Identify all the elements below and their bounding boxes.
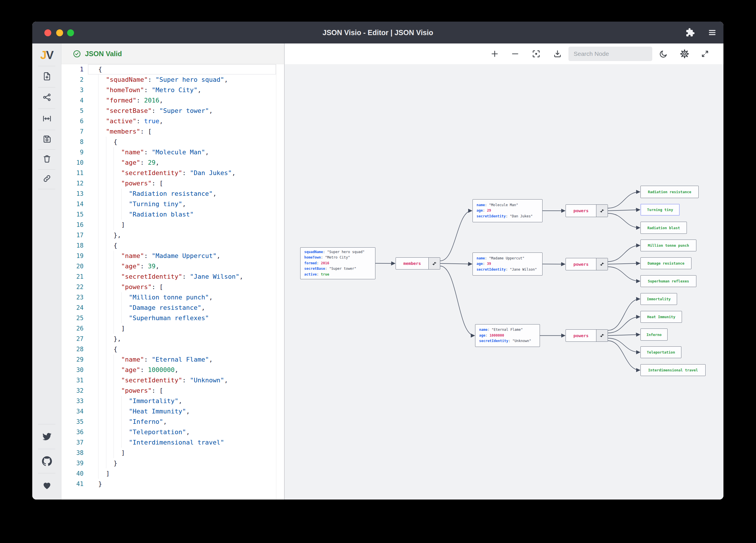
editor-line[interactable]: 19 "name": "Madame Uppercut", <box>61 251 284 261</box>
editor-line[interactable]: 12 "powers": [ <box>61 178 284 189</box>
editor-line[interactable]: 15 "Radiation blast" <box>61 209 284 220</box>
save-button[interactable] <box>40 133 54 146</box>
graph-node-leaf[interactable]: Teleportation <box>640 346 681 358</box>
editor-line[interactable]: 38 ] <box>61 448 284 458</box>
editor-line[interactable]: 33 "Immortality", <box>61 396 284 406</box>
line-number: 14 <box>61 199 84 209</box>
editor-line[interactable]: 20 "age": 39, <box>61 261 284 272</box>
graph-node-object[interactable]: name: "Eternal Flame"age: 1000000secretI… <box>475 324 540 347</box>
editor-line[interactable]: 30 "age": 1000000, <box>61 365 284 375</box>
collapse-node-button[interactable] <box>596 330 608 341</box>
code-text: "Interdimensional travel" <box>98 437 224 448</box>
graph-node-object[interactable]: name: "Molecule Man"age: 29secretIdentit… <box>473 199 543 222</box>
collapse-node-button[interactable] <box>596 205 608 217</box>
node-row: name: "Molecule Man" <box>477 203 542 208</box>
editor-line[interactable]: 23 "Million tonne punch", <box>61 292 284 302</box>
line-number: 1 <box>61 64 84 75</box>
editor-line[interactable]: 9 "name": "Molecule Man", <box>61 147 284 158</box>
editor-line[interactable]: 29 "name": "Eternal Flame", <box>61 354 284 365</box>
share-link-button[interactable] <box>40 172 54 185</box>
divider <box>38 130 55 130</box>
editor-line[interactable]: 13 "Radiation resistance", <box>61 189 284 199</box>
center-view-button[interactable] <box>40 112 54 125</box>
editor-line[interactable]: 27 }, <box>61 334 284 344</box>
graph-node-leaf[interactable]: Damage resistance <box>640 258 691 269</box>
editor-line[interactable]: 21 "secretIdentity": "Jane Wilson", <box>61 272 284 282</box>
github-button[interactable] <box>40 455 54 468</box>
node-row: age: 29 <box>477 208 542 214</box>
graph-node-leaf[interactable]: Inferno <box>640 328 668 340</box>
editor-lines[interactable]: 1{2 "squadName": "Super hero squad",3 "h… <box>61 64 284 489</box>
graph-node-leaf[interactable]: Immortality <box>640 293 677 305</box>
editor-line[interactable]: 7 "members": [ <box>61 126 284 137</box>
check-circle-icon <box>73 50 81 58</box>
share-graph-button[interactable] <box>40 91 54 104</box>
graph-node-object[interactable]: squadName: "Super hero squad"homeTown: "… <box>300 247 375 279</box>
editor-line[interactable]: 36 "Teleportation", <box>61 427 284 437</box>
code-text: ] <box>98 468 110 479</box>
dark-mode-moon-icon[interactable] <box>657 48 670 60</box>
editor-line[interactable]: 39 } <box>61 458 284 468</box>
graph-node-powers[interactable]: powers <box>566 329 608 342</box>
editor-line[interactable]: 6 "active": true, <box>61 116 284 126</box>
graph-node-leaf[interactable]: Radiation blast <box>640 222 687 234</box>
editor-line[interactable]: 40 ] <box>61 468 284 479</box>
editor-line[interactable]: 10 "age": 29, <box>61 158 284 168</box>
delete-button[interactable] <box>40 152 54 166</box>
editor-line[interactable]: 28 { <box>61 344 284 354</box>
editor-line[interactable]: 26 ] <box>61 323 284 334</box>
editor-line[interactable]: 37 "Interdimensional travel" <box>61 437 284 448</box>
collapse-node-button[interactable] <box>428 258 440 269</box>
sponsor-heart-button[interactable] <box>40 479 54 492</box>
graph-node-leaf[interactable]: Turning tiny <box>640 204 680 216</box>
editor-line[interactable]: 24 "Damage resistance", <box>61 302 284 313</box>
graph-node-leaf[interactable]: Million tonne punch <box>640 240 696 252</box>
menu-hamburger-icon[interactable] <box>706 26 719 39</box>
download-image-button[interactable] <box>551 48 564 60</box>
editor-line[interactable]: 3 "homeTown": "Metro City", <box>61 85 284 95</box>
editor-line[interactable]: 25 "Superhuman reflexes" <box>61 313 284 323</box>
editor-line[interactable]: 41} <box>61 479 284 489</box>
twitter-button[interactable] <box>40 430 54 443</box>
editor-line[interactable]: 8 { <box>61 137 284 147</box>
editor-line[interactable]: 31 "secretIdentity": "Unknown", <box>61 375 284 385</box>
collapse-node-button[interactable] <box>596 258 608 270</box>
graph-node-members[interactable]: members <box>396 258 440 270</box>
editor-line[interactable]: 34 "Heat Immunity", <box>61 406 284 417</box>
editor-line[interactable]: 1{ <box>61 64 284 75</box>
graph-node-leaf[interactable]: Interdimensional travel <box>640 364 706 376</box>
graph-node-leaf[interactable]: Radiation resistance <box>640 186 699 198</box>
editor-scrollbar[interactable] <box>276 64 284 499</box>
settings-gear-icon[interactable] <box>678 48 691 60</box>
divider <box>38 109 55 109</box>
graph-node-powers[interactable]: powers <box>566 258 608 271</box>
code-text: "Radiation blast" <box>98 209 194 220</box>
graph-node-object[interactable]: name: "Madame Uppercut"age: 39secretIden… <box>473 253 543 275</box>
graph-node-powers[interactable]: powers <box>566 205 608 217</box>
fullscreen-button[interactable] <box>699 48 711 60</box>
node-row: name: "Madame Uppercut" <box>477 256 542 262</box>
extensions-puzzle-icon[interactable] <box>684 26 696 39</box>
zoom-in-button[interactable] <box>488 48 501 60</box>
search-node-input[interactable] <box>568 47 655 61</box>
editor-line[interactable]: 35 "Inferno", <box>61 417 284 427</box>
editor-line[interactable]: 18 { <box>61 241 284 251</box>
node-row: age: 1000000 <box>479 333 540 338</box>
editor-line[interactable]: 32 "powers": [ <box>61 385 284 396</box>
line-number: 27 <box>61 334 84 344</box>
editor-line[interactable]: 4 "formed": 2016, <box>61 95 284 106</box>
divider <box>38 87 55 88</box>
editor-line[interactable]: 11 "secretIdentity": "Dan Jukes", <box>61 168 284 178</box>
new-document-button[interactable] <box>40 70 54 83</box>
zoom-out-button[interactable] <box>509 48 521 60</box>
editor-line[interactable]: 17 }, <box>61 230 284 241</box>
graph-node-leaf[interactable]: Heat Immunity <box>640 311 682 323</box>
editor-line[interactable]: 16 ] <box>61 220 284 230</box>
editor-line[interactable]: 5 "secretBase": "Super tower", <box>61 106 284 116</box>
focus-center-button[interactable] <box>530 48 543 60</box>
graph-node-leaf[interactable]: Superhuman reflexes <box>640 275 696 287</box>
editor-line[interactable]: 14 "Turning tiny", <box>61 199 284 209</box>
divider <box>38 66 55 66</box>
editor-line[interactable]: 22 "powers": [ <box>61 282 284 292</box>
editor-line[interactable]: 2 "squadName": "Super hero squad", <box>61 75 284 85</box>
